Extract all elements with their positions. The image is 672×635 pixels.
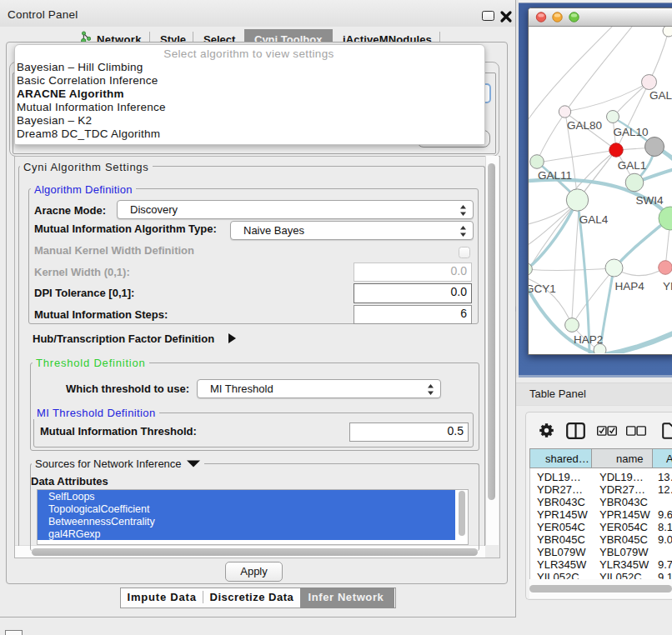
svg-text:GAL80: GAL80	[567, 119, 602, 132]
svg-text:GAL10: GAL10	[614, 126, 649, 138]
svg-text:GAL4: GAL4	[579, 213, 609, 226]
svg-text:SWI4: SWI4	[636, 194, 664, 207]
svg-text:YM: YM	[663, 280, 672, 292]
svg-text:GAL11: GAL11	[538, 169, 572, 182]
svg-text:HAP4: HAP4	[615, 280, 645, 292]
svg-text:GAL7: GAL7	[649, 89, 672, 102]
svg-text:GAL1: GAL1	[618, 159, 647, 172]
svg-text:HAP2: HAP2	[574, 333, 603, 346]
svg-text:GCY1: GCY1	[529, 282, 556, 295]
